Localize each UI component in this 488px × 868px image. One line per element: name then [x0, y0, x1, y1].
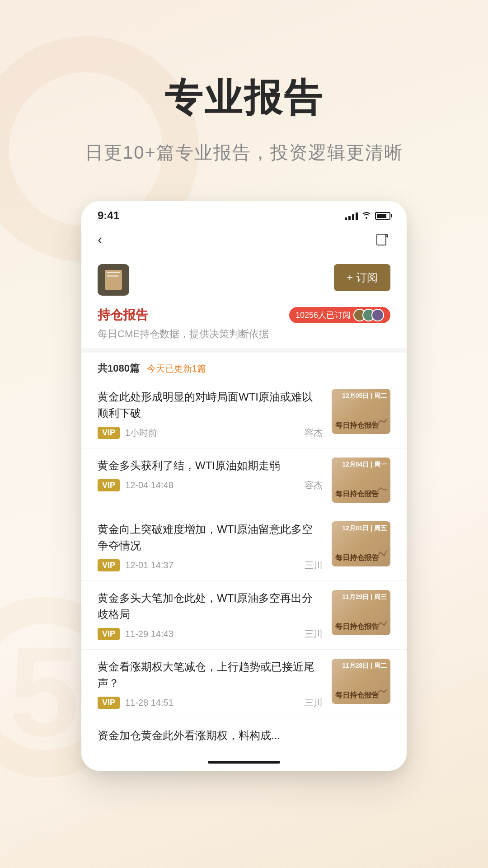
section-divider	[81, 348, 407, 353]
vip-badge-2: VIP	[98, 479, 120, 491]
article-content-4: 黄金多头大笔加仓此处，WTI原油多空再出分歧格局 VIP 11-29 14:43…	[98, 590, 323, 640]
article-title-4: 黄金多头大笔加仓此处，WTI原油多空再出分歧格局	[98, 590, 323, 623]
count-unit: 篇	[130, 363, 140, 374]
article-time-4: 11-29 14:43	[125, 629, 174, 639]
count-label-total: 共	[98, 363, 108, 374]
home-indicator	[208, 761, 280, 764]
article-time-1: 1小时前	[125, 427, 157, 439]
article-meta-3: VIP 12-01 14:37 三川	[98, 559, 323, 571]
article-author-1: 容杰	[305, 427, 323, 439]
phone-mockup: 9:41 ‹	[81, 201, 407, 771]
nav-bar: ‹	[81, 226, 407, 255]
report-name-row: 持仓报告 10256人已订阅	[98, 307, 390, 324]
page-subtitle: 日更10+篇专业报告，投资逻辑更清晰	[85, 140, 403, 165]
article-thumb-3: 12月01日 | 周五 每日持仓报告	[332, 521, 390, 566]
article-meta-2: VIP 12-04 14:48 容杰	[98, 479, 323, 491]
subscriber-badge: 10256人已订阅	[289, 307, 390, 323]
thumb-bg-5: 11月28日 | 周二 每日持仓报告	[332, 659, 390, 704]
article-time-2: 12-04 14:48	[125, 480, 174, 491]
meta-left-2: VIP 12-04 14:48	[98, 479, 174, 491]
article-time-3: 12-01 14:37	[125, 560, 174, 571]
report-description: 每日CME持仓数据，提供决策判断依据	[98, 327, 390, 341]
meta-left-1: VIP 1小时前	[98, 427, 157, 439]
article-meta-5: VIP 11-28 14:51 三川	[98, 697, 323, 709]
article-meta-1: VIP 1小时前 容杰	[98, 427, 323, 439]
article-content-2: 黄金多头获利了结，WTI原油如期走弱 VIP 12-04 14:48 容杰	[98, 458, 323, 491]
status-time: 9:41	[98, 209, 119, 222]
article-title-3: 黄金向上突破难度增加，WTI原油留意此多空争夺情况	[98, 521, 323, 554]
list-item[interactable]: 黄金多头获利了结，WTI原油如期走弱 VIP 12-04 14:48 容杰 12…	[81, 448, 407, 512]
thumb-bg-3: 12月01日 | 周五 每日持仓报告	[332, 521, 390, 566]
thumb-bg-2: 12月04日 | 周一 每日持仓报告	[332, 458, 390, 503]
subscriber-count: 10256人已订阅	[296, 310, 351, 321]
article-title-1: 黄金此处形成明显的对峙局面WTI原油或难以顺利下破	[98, 389, 323, 421]
thumb-date-5: 11月28日 | 周二	[342, 661, 387, 670]
article-title-6: 资金加仓黄金此外看涨期权，料构成...	[98, 727, 390, 744]
list-item[interactable]: 黄金向上突破难度增加，WTI原油留意此多空争夺情况 VIP 12-01 14:3…	[81, 512, 407, 581]
status-bar: 9:41	[81, 201, 407, 226]
thumb-bg-4: 11月29日 | 周三 每日持仓报告	[332, 590, 390, 635]
article-content-3: 黄金向上突破难度增加，WTI原油留意此多空争夺情况 VIP 12-01 14:3…	[98, 521, 323, 571]
page-title: 专业报告	[164, 72, 324, 124]
thumb-chart-1	[369, 417, 387, 430]
articles-update: 今天已更新1篇	[147, 363, 206, 375]
avatar-3	[371, 309, 384, 321]
wifi-icon	[361, 211, 371, 221]
thumb-date-1: 12月05日 | 周二	[342, 392, 387, 400]
articles-header: 共1080篇 今天已更新1篇	[81, 353, 407, 380]
meta-left-3: VIP 12-01 14:37	[98, 559, 174, 571]
article-content-1: 黄金此处形成明显的对峙局面WTI原油或难以顺利下破 VIP 1小时前 容杰	[98, 389, 323, 439]
meta-left-5: VIP 11-28 14:51	[98, 697, 174, 709]
thumb-chart-5	[369, 687, 387, 700]
svg-rect-0	[377, 234, 386, 245]
list-item[interactable]: 资金加仓黄金此外看涨期权，料构成...	[81, 718, 407, 754]
article-meta-4: VIP 11-29 14:43 三川	[98, 628, 323, 640]
list-item[interactable]: 黄金此处形成明显的对峙局面WTI原油或难以顺利下破 VIP 1小时前 容杰 12…	[81, 380, 407, 448]
list-item[interactable]: 黄金看涨期权大笔减仓，上行趋势或已接近尾声？ VIP 11-28 14:51 三…	[81, 650, 407, 718]
report-icon	[98, 264, 129, 296]
thumb-chart-2	[369, 486, 387, 499]
subscriber-avatars	[353, 309, 384, 321]
bottom-bar	[81, 754, 407, 771]
thumb-chart-3	[369, 549, 387, 563]
meta-left-4: VIP 11-29 14:43	[98, 628, 174, 640]
article-thumb-4: 11月29日 | 周三 每日持仓报告	[332, 590, 390, 635]
vip-badge-4: VIP	[98, 628, 120, 640]
article-author-4: 三川	[305, 628, 323, 640]
article-content-5: 黄金看涨期权大笔减仓，上行趋势或已接近尾声？ VIP 11-28 14:51 三…	[98, 659, 323, 709]
articles-count: 共1080篇	[98, 362, 140, 375]
vip-badge-3: VIP	[98, 559, 120, 571]
report-info: 持仓报告 10256人已订阅 每日CME持仓数据，提供决策判断依据	[81, 303, 407, 348]
back-button[interactable]: ‹	[98, 231, 103, 248]
thumb-date-2: 12月04日 | 周一	[342, 460, 387, 468]
article-time-5: 11-28 14:51	[125, 698, 174, 708]
article-author-3: 三川	[305, 559, 323, 571]
report-icon-doc	[105, 270, 122, 290]
article-author-5: 三川	[305, 697, 323, 709]
thumb-chart-4	[369, 618, 387, 632]
thumb-bg-1: 12月05日 | 周二 每日持仓报告	[332, 389, 390, 434]
share-button[interactable]	[374, 231, 390, 248]
signal-icon	[345, 211, 358, 220]
page-content: 专业报告 日更10+篇专业报告，投资逻辑更清晰 9:41	[0, 0, 488, 771]
count-number: 1080	[108, 363, 130, 374]
vip-badge-1: VIP	[98, 427, 120, 439]
report-header: + 订阅	[81, 255, 407, 303]
thumb-date-4: 11月29日 | 周三	[342, 593, 387, 601]
article-title-5: 黄金看涨期权大笔减仓，上行趋势或已接近尾声？	[98, 659, 323, 691]
article-title-2: 黄金多头获利了结，WTI原油如期走弱	[98, 458, 323, 474]
thumb-date-3: 12月01日 | 周五	[342, 524, 387, 532]
report-name: 持仓报告	[98, 307, 148, 324]
article-author-2: 容杰	[305, 479, 323, 491]
battery-icon	[375, 212, 390, 220]
subscribe-button[interactable]: + 订阅	[334, 264, 390, 291]
list-item[interactable]: 黄金多头大笔加仓此处，WTI原油多空再出分歧格局 VIP 11-29 14:43…	[81, 581, 407, 650]
article-thumb-2: 12月04日 | 周一 每日持仓报告	[332, 458, 390, 503]
article-thumb-5: 11月28日 | 周二 每日持仓报告	[332, 659, 390, 704]
article-thumb-1: 12月05日 | 周二 每日持仓报告	[332, 389, 390, 434]
status-icons	[345, 211, 390, 221]
vip-badge-5: VIP	[98, 697, 120, 709]
